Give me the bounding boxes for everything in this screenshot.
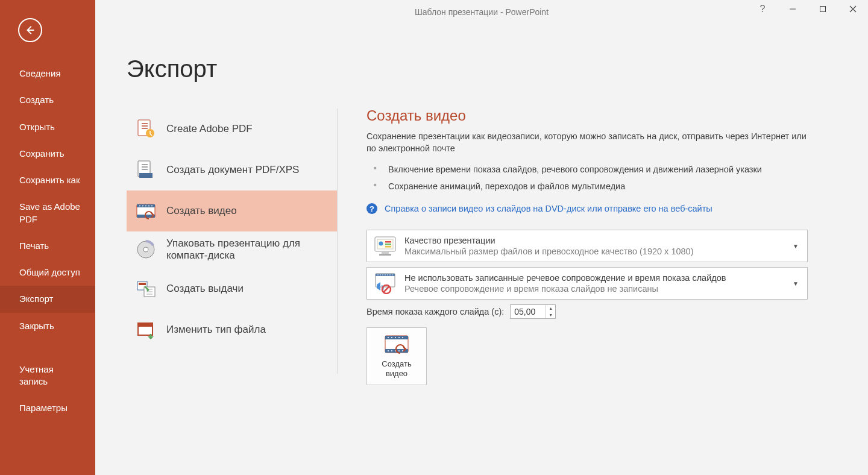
svg-rect-4: [139, 173, 153, 178]
info-icon: ?: [366, 203, 377, 214]
export-option-handouts[interactable]: Создать выдачи: [127, 268, 337, 309]
slide-time-spinner[interactable]: ▲ ▼: [510, 304, 556, 319]
close-icon: [849, 5, 857, 13]
svg-point-46: [388, 350, 389, 351]
help-link[interactable]: ? Справка о записи видео из слайдов на D…: [366, 203, 838, 214]
help-button[interactable]: ?: [747, 0, 778, 18]
create-video-button[interactable]: Создатьвидео: [366, 327, 427, 385]
sidebar-item-close[interactable]: Закрыть: [0, 313, 95, 339]
monitor-icon: [372, 234, 398, 258]
export-options-list: Create Adobe PDF Создать документ PDF/XP…: [127, 109, 338, 374]
svg-point-44: [398, 337, 400, 338]
cd-icon: [134, 238, 158, 262]
detail-description: Сохранение презентации как видеозаписи, …: [366, 130, 813, 155]
export-detail-panel: Создать видео Сохранение презентации как…: [366, 107, 838, 385]
detail-title: Создать видео: [366, 107, 838, 124]
sidebar-item-options[interactable]: Параметры: [0, 395, 95, 421]
create-video-button-label-1: Создать: [382, 359, 411, 368]
detail-bullet: Сохранение анимаций, переходов и файлов …: [374, 178, 838, 195]
svg-point-41: [388, 337, 389, 338]
sidebar-item-share[interactable]: Общий доступ: [0, 259, 95, 286]
narration-dropdown[interactable]: Не использовать записанные речевое сопро…: [366, 267, 808, 300]
create-video-icon: [383, 334, 410, 356]
svg-point-33: [385, 274, 386, 275]
export-option-adobe-pdf[interactable]: Create Adobe PDF: [127, 109, 337, 149]
svg-point-9: [142, 206, 143, 207]
close-button[interactable]: [838, 0, 868, 18]
spinner-up-button[interactable]: ▲: [546, 305, 555, 312]
export-option-change-file-type[interactable]: Изменить тип файла: [127, 309, 337, 350]
change-file-type-icon: [134, 318, 158, 342]
svg-point-34: [387, 274, 388, 275]
svg-point-31: [380, 274, 381, 275]
page-title: Экспорт: [127, 55, 217, 83]
backstage-main: Шаблон презентации - PowerPoint ? Экспор…: [95, 0, 868, 475]
svg-rect-26: [382, 251, 389, 254]
svg-point-43: [395, 337, 396, 338]
narration-subtitle: Речевое сопровождение и время показа сла…: [404, 284, 789, 294]
svg-rect-19: [138, 323, 153, 327]
sidebar-item-saveas[interactable]: Сохранить как: [0, 167, 95, 193]
quality-dropdown[interactable]: Качество презентации Максимальный размер…: [366, 230, 808, 262]
sidebar-item-print[interactable]: Печать: [0, 233, 95, 259]
video-icon: [134, 199, 158, 223]
create-video-button-label-2: видео: [386, 369, 407, 378]
arrow-left-icon: [24, 24, 37, 37]
back-button[interactable]: [18, 18, 42, 42]
export-option-label: Упаковать презентацию для компакт-диска: [166, 238, 330, 262]
svg-rect-27: [379, 254, 391, 256]
handouts-icon: [134, 277, 158, 301]
adobe-pdf-icon: [134, 117, 158, 141]
sidebar-item-info[interactable]: Сведения: [0, 60, 95, 87]
sidebar-item-export[interactable]: Экспорт: [0, 286, 95, 312]
quality-title: Качество презентации: [404, 236, 789, 245]
svg-point-49: [398, 350, 400, 351]
sidebar-item-save[interactable]: Сохранить: [0, 140, 95, 167]
chevron-down-icon: ▼: [789, 280, 802, 287]
chevron-down-icon: ▼: [789, 243, 802, 250]
svg-point-32: [382, 274, 383, 275]
sidebar-item-new[interactable]: Создать: [0, 87, 95, 113]
svg-rect-0: [820, 7, 826, 12]
svg-point-11: [148, 206, 149, 207]
minimize-button[interactable]: [778, 0, 808, 18]
svg-point-22: [379, 242, 383, 246]
svg-point-45: [402, 337, 403, 338]
svg-point-42: [391, 337, 392, 338]
backstage-sidebar: Сведения Создать Открыть Сохранить Сохра…: [0, 0, 95, 475]
svg-rect-24: [385, 244, 391, 245]
svg-point-30: [377, 274, 379, 275]
svg-point-36: [392, 274, 393, 275]
export-option-video[interactable]: Создать видео: [127, 190, 337, 231]
export-option-package-cd[interactable]: Упаковать презентацию для компакт-диска: [127, 231, 337, 268]
svg-point-47: [391, 350, 392, 351]
export-option-label: Создать выдачи: [166, 283, 244, 295]
pdf-xps-icon: [134, 158, 158, 182]
sidebar-item-save-adobe-pdf[interactable]: Save as Adobe PDF: [0, 193, 95, 233]
svg-rect-23: [385, 241, 391, 243]
svg-point-35: [389, 274, 391, 275]
svg-point-14: [143, 247, 148, 252]
sidebar-item-open[interactable]: Открыть: [0, 114, 95, 140]
slide-time-input[interactable]: [511, 305, 546, 318]
export-option-label: Создать документ PDF/XPS: [166, 164, 299, 176]
sidebar-item-account[interactable]: Учетная запись: [0, 356, 95, 395]
svg-rect-25: [385, 246, 391, 248]
export-option-label: Создать видео: [166, 205, 237, 217]
svg-point-12: [151, 206, 153, 207]
maximize-icon: [819, 5, 826, 13]
no-narration-icon: [372, 271, 398, 295]
export-option-label: Create Adobe PDF: [166, 123, 253, 135]
quality-subtitle: Максимальный размер файлов и превосходно…: [404, 247, 789, 256]
svg-point-10: [145, 206, 146, 207]
help-link-text: Справка о записи видео из слайдов на DVD…: [385, 204, 712, 213]
slide-time-label: Время показа каждого слайда (с):: [366, 307, 504, 316]
svg-rect-16: [139, 283, 146, 285]
detail-bullet: Включение времени показа слайдов, речево…: [374, 161, 838, 178]
spinner-down-button[interactable]: ▼: [546, 312, 555, 318]
maximize-button[interactable]: [808, 0, 838, 18]
narration-title: Не использовать записанные речевое сопро…: [404, 273, 789, 283]
svg-point-8: [139, 206, 140, 207]
export-option-pdf-xps[interactable]: Создать документ PDF/XPS: [127, 149, 337, 190]
minimize-icon: [789, 5, 796, 13]
